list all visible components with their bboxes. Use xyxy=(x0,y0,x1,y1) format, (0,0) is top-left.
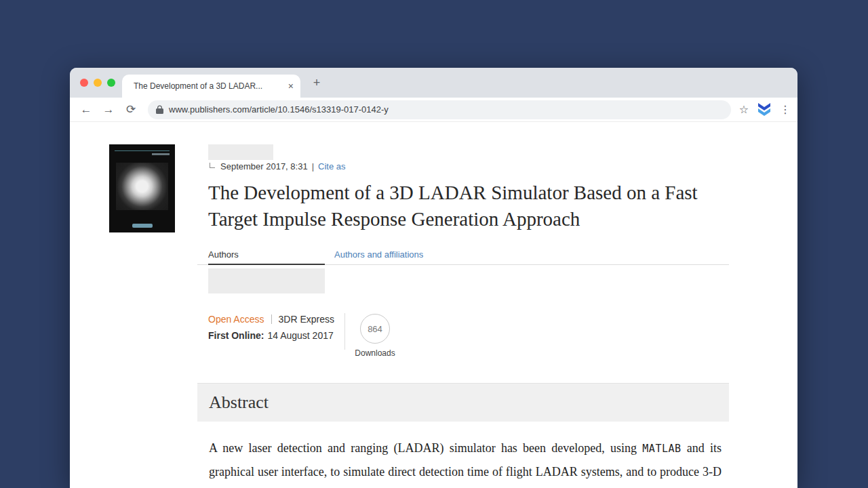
tab-authors[interactable]: Authors xyxy=(208,249,325,265)
back-icon[interactable]: ← xyxy=(78,103,94,117)
meta-row-access: Open Access 3DR Express xyxy=(208,313,334,325)
tab-strip: The Development of a 3D LADAR... × + xyxy=(70,68,797,98)
article-title: The Development of a 3D LADAR Simulator … xyxy=(208,180,730,232)
article-meta: Open Access 3DR Express First Online: 14… xyxy=(208,313,334,342)
abstract-text-part1: A new laser detection and ranging (LADAR… xyxy=(209,441,642,455)
springer-logo xyxy=(132,224,153,228)
url-text[interactable]: www.publishers.com/article/10.1546/s1331… xyxy=(169,104,389,115)
downloads-metric: 864 Downloads xyxy=(351,314,399,358)
forward-icon[interactable]: → xyxy=(100,103,117,117)
new-tab-button[interactable]: + xyxy=(309,75,325,91)
cite-corner-icon xyxy=(210,163,215,168)
article-page: September 2017, 8:31 | Cite as The Devel… xyxy=(70,122,797,488)
journal-cover-topline xyxy=(115,150,170,151)
address-bar[interactable]: www.publishers.com/article/10.1546/s1331… xyxy=(148,100,731,119)
minimize-window-button[interactable] xyxy=(94,79,102,87)
publication-date: September 2017, 8:31 xyxy=(220,161,308,171)
publication-dateline: September 2017, 8:31 | Cite as xyxy=(210,161,346,171)
dateline-separator: | xyxy=(312,161,314,171)
tab-close-icon[interactable]: × xyxy=(288,81,294,91)
journal-cover-image xyxy=(116,163,168,210)
maximize-window-button[interactable] xyxy=(107,79,115,87)
browser-tab[interactable]: The Development of a 3D LADAR... × xyxy=(122,75,300,98)
downloads-label: Downloads xyxy=(351,348,399,358)
downloads-count-badge: 864 xyxy=(360,314,390,344)
meta-divider xyxy=(271,314,272,324)
bookmark-star-icon[interactable]: ☆ xyxy=(739,103,749,116)
matlab-term: MATLAB xyxy=(642,443,681,455)
journal-cover-microtext xyxy=(152,153,170,155)
abstract-heading: Abstract xyxy=(209,392,269,413)
meta-vertical-rule xyxy=(344,313,345,350)
journal-name: 3DR Express xyxy=(279,314,334,325)
browser-extension-logo-icon[interactable] xyxy=(757,103,772,116)
reload-icon[interactable]: ⟳ xyxy=(123,102,139,117)
tab-authors-and-affiliations[interactable]: Authors and affiliations xyxy=(334,249,423,260)
abstract-paragraph: A new laser detection and ranging (LADAR… xyxy=(209,437,722,488)
lock-icon xyxy=(156,105,163,115)
first-online-date: 14 August 2017 xyxy=(267,330,333,342)
close-window-button[interactable] xyxy=(80,79,88,87)
first-online-label: First Online: xyxy=(208,330,264,342)
meta-row-first-online: First Online: 14 August 2017 xyxy=(208,330,334,342)
window-controls xyxy=(80,79,115,87)
journal-cover[interactable] xyxy=(109,144,175,232)
browser-toolbar: ← → ⟳ www.publishers.com/article/10.1546… xyxy=(70,98,797,122)
tab-title: The Development of a 3D LADAR... xyxy=(134,81,283,91)
abstract-section-header: Abstract xyxy=(197,383,729,422)
browser-window: The Development of a 3D LADAR... × + ← →… xyxy=(70,68,797,488)
skeleton-block xyxy=(208,268,325,293)
browser-menu-icon[interactable]: ⋮ xyxy=(780,103,789,116)
skeleton-block xyxy=(208,144,273,160)
open-access-badge: Open Access xyxy=(208,314,264,325)
cite-as-link[interactable]: Cite as xyxy=(318,161,345,171)
